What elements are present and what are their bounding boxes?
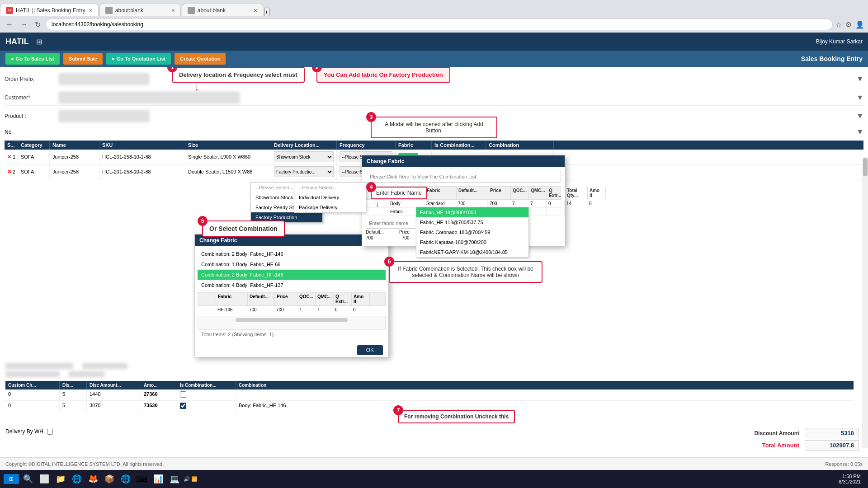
row1-delete[interactable]: ✕ <box>7 154 11 160</box>
cfth-qoc: QOC... <box>511 187 529 199</box>
sumrow1-custom: 0 <box>5 389 60 400</box>
tab-close-1[interactable]: × <box>85 7 93 14</box>
product-input[interactable] <box>59 110 149 122</box>
taskbar-app1[interactable]: 📊 <box>151 472 165 486</box>
comb-data-row: HF-146 700 700 7 7 0 0 <box>198 306 386 314</box>
create-quotation-button[interactable]: Create Quotation <box>175 53 226 65</box>
taskbar-winrar[interactable]: 📦 <box>102 472 117 486</box>
row2-category: SOFA <box>18 164 50 179</box>
comb-item-1[interactable]: Combination: 2 Body: Fabric_HF-146 <box>198 249 386 259</box>
settings-icon[interactable]: ⚙ <box>845 20 852 29</box>
tab-label-3: about:blank <box>198 7 226 14</box>
row1-delivery-select[interactable]: Showroom Stock <box>274 151 334 162</box>
tab-close-3[interactable]: × <box>250 7 257 14</box>
row2-delivery-select[interactable]: Factory Productio... <box>274 166 334 177</box>
app-header: HATIL ⊞ Bijoy Kumar Sarkar <box>0 33 868 51</box>
goto-quotation-list-button[interactable]: ● Go To Quotation List <box>106 53 171 65</box>
order-prefix-input[interactable] <box>59 73 149 85</box>
hatil-logo: HATIL <box>5 37 29 47</box>
taskbar-vscode[interactable]: ⌨ <box>135 472 149 486</box>
taskbar-browser-3[interactable]: 🌐 <box>118 472 133 486</box>
taskbar-browser-2[interactable]: 🦊 <box>86 472 100 486</box>
back-button[interactable]: ← <box>4 19 15 29</box>
comb-item-3[interactable]: Combination: 2 Body: Fabric_HF-146 <box>198 270 386 280</box>
annotation-5: 5 Or Select Combination <box>202 221 285 237</box>
main-content: Order Prefix ▼ Customer* ▼ Product : ▼ N… <box>0 67 868 475</box>
freq-option-placeholder[interactable]: --Please Select-- <box>294 183 366 192</box>
sumrow1-is-comb <box>177 389 236 400</box>
submit-sale-button[interactable]: Submit Sale <box>63 53 103 65</box>
tab-3[interactable]: about:blank × <box>182 4 263 16</box>
tab-label-2: about:blank <box>115 7 143 14</box>
combination-ok-button[interactable]: OK <box>357 345 383 355</box>
fabric-item-5[interactable]: FabricNET-GARY-KM-18@2400/184.85 <box>416 247 528 257</box>
taskbar-taskview[interactable]: ⬜ <box>37 472 52 486</box>
scroll-indicator[interactable] <box>862 157 868 448</box>
discount-value: 5310 <box>805 428 859 438</box>
sumth-amo: Amo... <box>141 381 177 389</box>
taskbar-file-explorer[interactable]: 📁 <box>53 472 68 486</box>
address-bar[interactable] <box>46 19 833 30</box>
sumrow2-disc-amt: 3870 <box>87 401 141 412</box>
annotation-circle-4: 4 <box>366 182 376 192</box>
sumrow2-amo: 73530 <box>141 401 177 412</box>
combrow-qmc: 7 <box>315 306 333 314</box>
start-button[interactable]: ⊞ <box>4 474 19 484</box>
tab-1[interactable]: H HATIL || Sales Booking Entry × <box>0 4 99 16</box>
total-row: Total Amount 102907.8 <box>762 440 859 450</box>
customer-chevron[interactable]: ▼ <box>856 94 863 102</box>
order-prefix-chevron[interactable]: ▼ <box>856 75 863 83</box>
taskbar-tray: 🔊 📶 <box>184 476 198 482</box>
annotation-text-1: Delivery location & Frequency select mus… <box>179 71 297 78</box>
cfrow1-total: 14 <box>565 200 587 207</box>
circle-icon-2: ● <box>112 56 115 61</box>
row1-size: Single Seater, L900 X W860 <box>185 150 271 164</box>
combth-fabric: Fabric <box>216 293 248 305</box>
freq-option-package[interactable]: Package Delivery <box>294 202 366 212</box>
annotation-circle-6: 6 <box>384 257 394 267</box>
footer-copyright: Copyright ©DIGITAL INTELLIGENCE SYSTEM L… <box>5 461 164 467</box>
change-fabric-modal-header: Change Fabric <box>362 155 565 167</box>
combination-search-input[interactable] <box>366 171 561 183</box>
sumrow1-comb-checkbox[interactable] <box>180 391 186 398</box>
new-tab-button[interactable]: + <box>264 8 269 16</box>
fabric-item-4[interactable]: Fabric Kaputas-180@700/200 <box>416 237 528 247</box>
no-chevron[interactable]: ▼ <box>856 128 863 136</box>
summary-table-header: Custom Ch... Dis... Disc Amount... Amo..… <box>5 381 854 389</box>
bookmark-icon[interactable]: ☆ <box>835 20 842 29</box>
grid-icon[interactable]: ⊞ <box>36 38 42 46</box>
tab-label-1: HATIL || Sales Booking Entry <box>16 7 85 14</box>
tab-close-2[interactable]: × <box>168 7 175 14</box>
comb-item-2[interactable]: Combination: 1 Body: Fabric_HF-66 <box>198 259 386 270</box>
fabric-item-3[interactable]: Fabric-Coronado-180@700/459 <box>416 227 528 237</box>
customer-row: Customer* ▼ <box>5 90 863 106</box>
fabric-item-1[interactable]: Fabric_HF-18@800/1003 <box>416 207 528 217</box>
combrow-amo: 0 <box>351 306 369 314</box>
customer-input[interactable] <box>59 92 240 103</box>
fabric-item-2[interactable]: Fabric_HF-118@700/537.75 <box>416 217 528 227</box>
forward-button[interactable]: → <box>18 19 30 29</box>
user-icon[interactable]: 👤 <box>855 20 864 29</box>
tab-2[interactable]: about:blank × <box>99 4 181 16</box>
product-chevron[interactable]: ▼ <box>856 112 863 120</box>
goto-sales-list-button[interactable]: ● Go To Sales List <box>5 53 60 65</box>
taskbar-browser-1[interactable]: 🌐 <box>70 472 84 486</box>
address-bar-row: ← → ↻ ☆ ⚙ 👤 <box>0 16 868 33</box>
sumth-is-comb: Is Combination... <box>177 381 236 389</box>
delivery-wh-checkbox[interactable] <box>47 429 53 435</box>
refresh-button[interactable]: ↻ <box>33 19 43 30</box>
row2-size: Double Seater, L1500 X W86 <box>185 164 271 179</box>
freq-option-individual[interactable]: Individual Delivery <box>294 192 366 202</box>
row2-delete[interactable]: ✕ <box>7 169 11 175</box>
col-header-name: Name <box>50 141 99 150</box>
taskbar-app2[interactable]: 💻 <box>167 472 182 486</box>
cfrow1-amo: 0 <box>587 200 605 207</box>
row1-name: Juniper-258 <box>50 150 99 164</box>
sumrow2-comb-checkbox[interactable] <box>180 403 186 409</box>
col-header-frequency: Frequency <box>337 141 396 150</box>
taskbar-search[interactable]: 🔍 <box>21 472 35 486</box>
comb-item-4[interactable]: Combination: 4 Body: Fabric_HF-137 <box>198 280 386 291</box>
annotation-text-4: Enter Fabric Name <box>376 190 422 196</box>
fabric-autocomplete: Fabric_HF-18@800/1003 Fabric_HF-118@700/… <box>416 207 529 258</box>
annotation-arrow-1: ↓ <box>194 83 199 92</box>
